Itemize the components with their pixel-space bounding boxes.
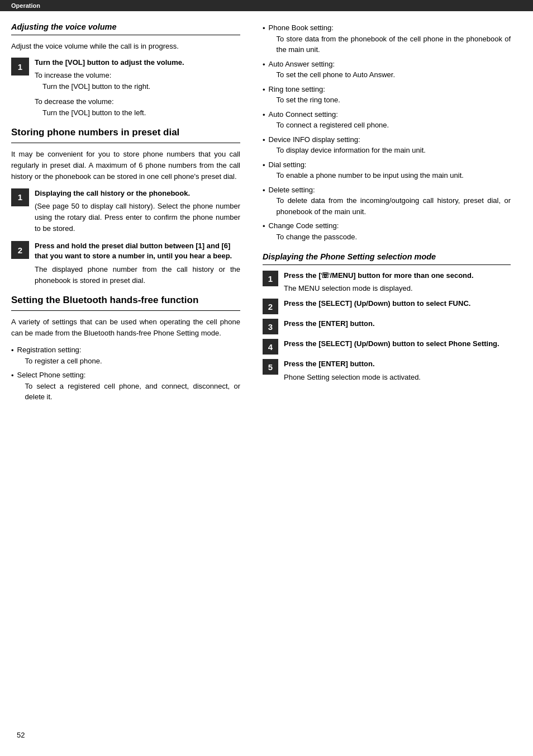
bullet-label: Registration setting: bbox=[17, 344, 102, 356]
right-steps: 1Press the [☏/MENU] button for more than… bbox=[263, 271, 511, 383]
bullet-label: Dial setting: bbox=[269, 159, 464, 171]
section-adjusting-volume: Adjusting the voice volume Adjust the vo… bbox=[11, 22, 240, 119]
bullet-subtext: To display device information for the ma… bbox=[269, 145, 426, 156]
right-step-4: 4Press the [SELECT] (Up/Down) button to … bbox=[263, 339, 511, 355]
right-step-body-5: Phone Setting selection mode is activate… bbox=[284, 372, 511, 383]
bullet-subtext: To set the cell phone to Auto Answer. bbox=[269, 69, 395, 81]
bullet-item: •Select Phone setting:To select a regist… bbox=[11, 370, 240, 403]
bullet-label: Delete setting: bbox=[269, 185, 511, 196]
right-step-1: 1Press the [☏/MENU] button for more than… bbox=[263, 271, 511, 294]
bullet-item: •Phone Book setting:To store data from t… bbox=[263, 22, 511, 55]
bullet-subtext: To select a registered cell phone, and c… bbox=[17, 381, 240, 403]
right-step-number-1: 1 bbox=[263, 271, 278, 286]
right-step-2: 2Press the [SELECT] (Up/Down) button to … bbox=[263, 299, 511, 314]
bullet-dot: • bbox=[263, 135, 265, 146]
page: Operation Adjusting the voice volume Adj… bbox=[0, 0, 533, 756]
bullet-label: Ring tone setting: bbox=[269, 84, 340, 95]
bullet-item-wrap: Select Phone setting:To select a registe… bbox=[17, 370, 240, 403]
step-vol-1: 1 Turn the [VOL] button to adjust the vo… bbox=[11, 58, 240, 119]
right-column: •Phone Book setting:To store data from t… bbox=[257, 22, 511, 408]
step-store-2-content: Press and hold the preset dial button be… bbox=[35, 241, 240, 286]
bluetooth-bullet-list-right: •Phone Book setting:To store data from t… bbox=[263, 22, 511, 242]
bullet-dot: • bbox=[263, 23, 265, 34]
section-heading-storing: Storing phone numbers in preset dial bbox=[11, 126, 240, 138]
bullet-label: Auto Answer setting: bbox=[269, 59, 395, 70]
bullet-item-wrap: Auto Connect setting:To connect a regist… bbox=[269, 109, 389, 131]
bullet-item: •Dial setting:To enable a phone number t… bbox=[263, 159, 511, 181]
right-step-number-2: 2 bbox=[263, 299, 278, 314]
bullet-dot: • bbox=[263, 59, 265, 70]
right-step-content-5: Press the [ENTER] button.Phone Setting s… bbox=[284, 359, 511, 382]
bullet-item: •Delete setting:To delete data from the … bbox=[263, 185, 511, 218]
bullet-label: Select Phone setting: bbox=[17, 370, 240, 381]
bullet-dot: • bbox=[11, 370, 14, 381]
bullet-item: •Auto Connect setting:To connect a regis… bbox=[263, 109, 511, 131]
right-step-title-1: Press the [☏/MENU] button for more than … bbox=[284, 271, 511, 281]
bullet-item: •Device INFO display setting:To display … bbox=[263, 134, 511, 156]
bullet-item: •Auto Answer setting:To set the cell pho… bbox=[263, 59, 511, 81]
bullet-item-wrap: Dial setting:To enable a phone number to… bbox=[269, 159, 464, 181]
bullet-item-wrap: Delete setting:To delete data from the i… bbox=[269, 185, 511, 218]
step-store-2-body: The displayed phone number from the call… bbox=[35, 264, 240, 286]
section-storing: Storing phone numbers in preset dial It … bbox=[11, 126, 240, 286]
right-step-body-1: The MENU selection mode is displayed. bbox=[284, 283, 511, 294]
step-store-1: 1 Displaying the call history or the pho… bbox=[11, 188, 240, 235]
right-step-number-4: 4 bbox=[263, 339, 278, 355]
right-step-content-2: Press the [SELECT] (Up/Down) button to s… bbox=[284, 299, 511, 314]
step-store-2: 2 Press and hold the preset dial button … bbox=[11, 241, 240, 286]
divider-4 bbox=[263, 264, 511, 265]
section-heading-phone-setting: Displaying the Phone Setting selection m… bbox=[263, 252, 511, 261]
bullet-subtext: To change the passcode. bbox=[269, 231, 358, 243]
bullet-item: •Change Code setting:To change the passc… bbox=[263, 220, 511, 242]
step-vol-1-title: Turn the [VOL] button to adjust the volu… bbox=[35, 58, 240, 68]
bullet-item-wrap: Phone Book setting:To store data from th… bbox=[269, 22, 511, 55]
bullet-label: Change Code setting: bbox=[269, 220, 358, 231]
vol-increase-action: Turn the [VOL] button to the right. bbox=[35, 81, 240, 92]
bullet-dot: • bbox=[11, 345, 14, 356]
right-step-number-5: 5 bbox=[263, 359, 278, 375]
bullet-label: Device INFO display setting: bbox=[269, 134, 426, 145]
right-step-title-4: Press the [SELECT] (Up/Down) button to s… bbox=[284, 339, 511, 349]
bullet-dot: • bbox=[263, 84, 265, 96]
right-step-5: 5Press the [ENTER] button.Phone Setting … bbox=[263, 359, 511, 382]
bullet-label: Phone Book setting: bbox=[269, 22, 511, 34]
divider-2 bbox=[11, 143, 240, 143]
step-vol-1-content: Turn the [VOL] button to adjust the volu… bbox=[35, 58, 240, 119]
bullet-item-wrap: Registration setting:To register a cell … bbox=[17, 344, 102, 366]
main-content: Adjusting the voice volume Adjust the vo… bbox=[0, 11, 533, 419]
section-phone-setting: Displaying the Phone Setting selection m… bbox=[263, 252, 511, 383]
bullet-subtext: To store data from the phonebook of the … bbox=[269, 34, 511, 55]
divider-3 bbox=[11, 310, 240, 311]
intro-bluetooth: A variety of settings that can be used w… bbox=[11, 316, 240, 339]
bullet-label: Auto Connect setting: bbox=[269, 109, 389, 120]
right-step-number-3: 3 bbox=[263, 319, 278, 334]
vol-decrease-label: To decrease the volume: bbox=[35, 96, 240, 107]
right-step-title-5: Press the [ENTER] button. bbox=[284, 359, 511, 369]
right-step-content-3: Press the [ENTER] button. bbox=[284, 319, 511, 334]
step-store-1-content: Displaying the call history or the phone… bbox=[35, 188, 240, 235]
step-store-2-title: Press and hold the preset dial button be… bbox=[35, 241, 240, 261]
intro-adjusting: Adjust the voice volume while the call i… bbox=[11, 41, 240, 52]
right-step-3: 3Press the [ENTER] button. bbox=[263, 319, 511, 334]
vol-decrease-action: Turn the [VOL] button to the left. bbox=[35, 107, 240, 119]
right-step-title-2: Press the [SELECT] (Up/Down) button to s… bbox=[284, 299, 511, 309]
bluetooth-bullet-list: •Registration setting:To register a cell… bbox=[11, 344, 240, 403]
bullet-dot: • bbox=[263, 160, 265, 171]
section-heading-adjusting: Adjusting the voice volume bbox=[11, 22, 240, 31]
step-store-number-1: 1 bbox=[11, 188, 29, 206]
divider-1 bbox=[11, 35, 240, 35]
right-step-title-3: Press the [ENTER] button. bbox=[284, 319, 511, 329]
bullet-dot: • bbox=[263, 221, 265, 232]
bullet-item-wrap: Auto Answer setting:To set the cell phon… bbox=[269, 59, 395, 81]
bullet-dot: • bbox=[263, 110, 265, 121]
step-store-1-body: (See page 50 to display call history). S… bbox=[35, 201, 240, 234]
header-label: Operation bbox=[11, 2, 40, 9]
step-store-number-2: 2 bbox=[11, 241, 29, 259]
bullet-item-wrap: Ring tone setting:To set the ring tone. bbox=[269, 84, 340, 106]
step-store-1-title: Displaying the call history or the phone… bbox=[35, 188, 240, 199]
page-number: 52 bbox=[17, 731, 25, 739]
bullet-subtext: To connect a registered cell phone. bbox=[269, 120, 389, 131]
bullet-item: •Registration setting:To register a cell… bbox=[11, 344, 240, 366]
section-bluetooth: Setting the Bluetooth hands-free functio… bbox=[11, 294, 240, 403]
right-step-content-1: Press the [☏/MENU] button for more than … bbox=[284, 271, 511, 294]
